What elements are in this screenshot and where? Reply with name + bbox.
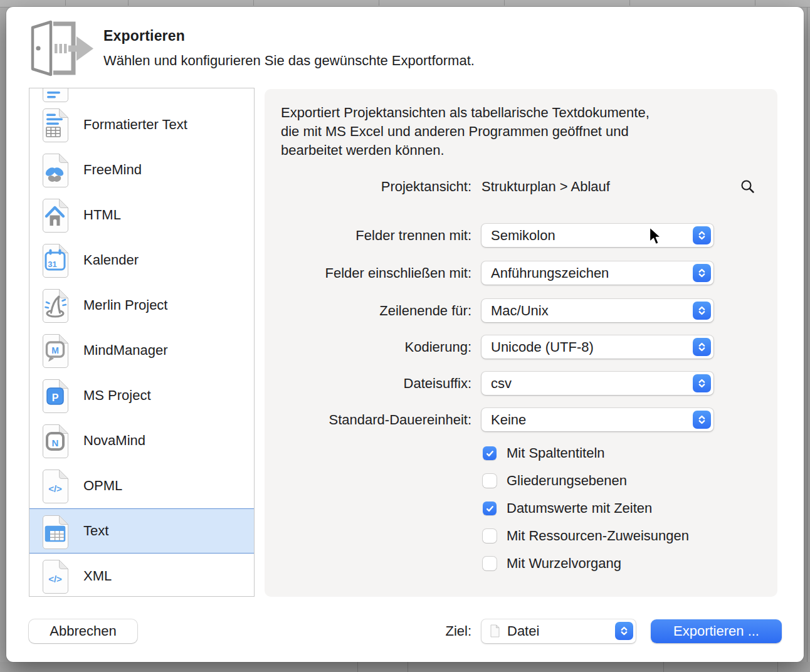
background-table-line [128, 0, 129, 6]
sidebar-item-formatierter-text[interactable]: Formatierter Text [29, 102, 254, 147]
dropdown-felder-einschlie-en-mit[interactable]: Anführungszeichen [481, 261, 713, 285]
dropdown-standard-dauereinheit[interactable]: Keine [481, 408, 713, 431]
chevron-up-down-icon [615, 622, 633, 640]
format-label: MindManager [83, 342, 168, 359]
format-label: FreeMind [83, 162, 142, 178]
checkbox-row-mit-spaltentiteln[interactable]: Mit Spaltentiteln [483, 444, 759, 462]
html-house-icon [41, 198, 69, 233]
sidebar-item-html[interactable]: HTML [29, 192, 254, 238]
format-label: MS Project [83, 387, 151, 404]
formatted-text-icon [41, 108, 69, 143]
dropdown-felder-trennen-mit[interactable]: Semikolon [481, 224, 713, 247]
export-options: Exportiert Projektansichten als tabellar… [265, 89, 777, 597]
option-label: Felder trennen mit: [265, 224, 471, 247]
description-line: die mit MS Excel und anderen Programmen … [281, 122, 764, 141]
description-line: Exportiert Projektansichten als tabellar… [281, 103, 764, 122]
checkbox-unchecked[interactable] [483, 529, 497, 543]
sidebar-item-merlin-project[interactable]: Merlin Project [29, 283, 254, 328]
dropdown-dateisuffix[interactable]: csv [481, 372, 713, 395]
chevron-up-down-icon [693, 302, 711, 320]
checkbox-checked[interactable] [483, 501, 497, 515]
chevron-up-down-icon [693, 264, 711, 282]
freemind-butterfly-icon [41, 153, 69, 188]
sidebar-item-freemind[interactable]: FreeMind [29, 147, 254, 192]
option-label: Kodierung: [265, 335, 471, 359]
novamind-icon: N [41, 424, 69, 459]
checkbox-label: Gliederungsebenen [507, 472, 627, 490]
option-row-dateisuffix: Dateisuffix:csv [265, 372, 777, 395]
option-row-standard-dauereinheit: Standard-Dauereinheit:Keine [265, 408, 777, 431]
chevron-up-down-icon [693, 226, 711, 244]
format-description: Exportiert Projektansichten als tabellar… [281, 103, 764, 160]
cancel-button[interactable]: Abbrechen [29, 619, 137, 643]
dropdown-kodierung[interactable]: Unicode (UTF-8) [481, 335, 713, 359]
checkbox-row-mit-ressourcen-zuweisungen[interactable]: Mit Ressourcen-Zuweisungen [483, 527, 759, 545]
checkbox-row-gliederungsebenen[interactable]: Gliederungsebenen [483, 472, 759, 490]
ms-project-icon: P [41, 379, 69, 414]
target-label: Ziel: [401, 623, 471, 639]
partial-page-icon [41, 88, 69, 103]
svg-text:M: M [51, 345, 59, 355]
page-subtitle: Wählen und konfigurieren Sie das gewünsc… [103, 53, 475, 69]
target-dropdown-value: Datei [507, 623, 539, 639]
background-table-line [504, 0, 505, 6]
format-label: HTML [83, 207, 121, 223]
sidebar-item-novamind[interactable]: NNovaMind [29, 418, 254, 463]
option-label: Standard-Dauereinheit: [265, 408, 471, 431]
background-table-line [663, 662, 664, 672]
background-table-line [357, 662, 358, 672]
checkbox-label: Mit Wurzelvorgang [507, 555, 621, 572]
checkbox-label: Datumswerte mit Zeiten [507, 500, 652, 517]
background-table-row [0, 662, 810, 672]
sidebar-item-opml[interactable]: </>OPML [29, 463, 254, 508]
background-table-line [755, 0, 755, 6]
page-title: Exportieren [103, 28, 185, 45]
checkbox-row-mit-wurzelvorgang[interactable]: Mit Wurzelvorgang [483, 555, 759, 572]
format-label: Formatierter Text [83, 117, 187, 133]
format-list: Formatierter Text FreeMind HTML 31Kalend… [29, 88, 255, 597]
svg-text:</>: </> [48, 574, 62, 584]
description-line: bearbeitet werden können. [281, 141, 764, 160]
dropdown-value: Mac/Unix [491, 303, 549, 319]
chevron-up-down-icon [693, 338, 711, 356]
sidebar-item-mindmanager[interactable]: MMindManager [29, 328, 254, 373]
background-table-line [379, 0, 379, 6]
checkbox-label: Mit Spaltentiteln [507, 444, 605, 462]
sidebar-item-xml[interactable]: </>XML [29, 554, 254, 597]
svg-text:31: 31 [48, 260, 56, 269]
format-label: OPML [83, 478, 122, 494]
dropdown-value: Anführungszeichen [491, 265, 609, 281]
checkbox-row-datumswerte-mit-zeiten[interactable]: Datumswerte mit Zeiten [483, 500, 759, 517]
mindmanager-bubble-icon: M [41, 333, 69, 369]
option-row-zeilenende-f-r: Zeilenende für:Mac/Unix [265, 299, 777, 322]
svg-text:</>: </> [48, 483, 62, 494]
export-door-arrow-icon [27, 18, 101, 78]
checkbox-unchecked[interactable] [483, 474, 497, 488]
checkbox-checked[interactable] [483, 446, 497, 460]
search-icon[interactable] [740, 179, 756, 195]
chevron-up-down-icon [693, 374, 711, 392]
code-brackets-icon: </> [41, 559, 69, 594]
dropdown-value: Unicode (UTF-8) [491, 339, 594, 355]
sidebar-item-text[interactable]: Text [29, 508, 254, 554]
format-label: NovaMind [83, 433, 145, 449]
sidebar-item-ms-project[interactable]: PMS Project [29, 373, 254, 418]
target-dropdown[interactable]: Datei [481, 619, 636, 643]
option-label: Felder einschließen mit: [265, 261, 471, 285]
checkbox-unchecked[interactable] [483, 557, 497, 570]
background-table-line [629, 0, 630, 6]
export-button[interactable]: Exportieren ... [651, 619, 782, 643]
format-label: Merlin Project [83, 297, 167, 313]
dropdown-zeilenende-f-r[interactable]: Mac/Unix [481, 299, 713, 322]
background-table-line [807, 7, 807, 662]
option-label: Dateisuffix: [265, 372, 471, 395]
option-label: Zeilenende für: [265, 299, 471, 322]
option-row-kodierung: Kodierung:Unicode (UTF-8) [265, 335, 777, 359]
background-table-line [777, 662, 778, 672]
format-label: Kalender [83, 252, 139, 268]
sidebar-item-kalender[interactable]: 31Kalender [29, 238, 254, 283]
code-brackets-icon: </> [41, 469, 69, 504]
file-icon [490, 624, 500, 638]
merlin-hat-icon [41, 288, 69, 323]
calendar-icon: 31 [41, 243, 69, 278]
